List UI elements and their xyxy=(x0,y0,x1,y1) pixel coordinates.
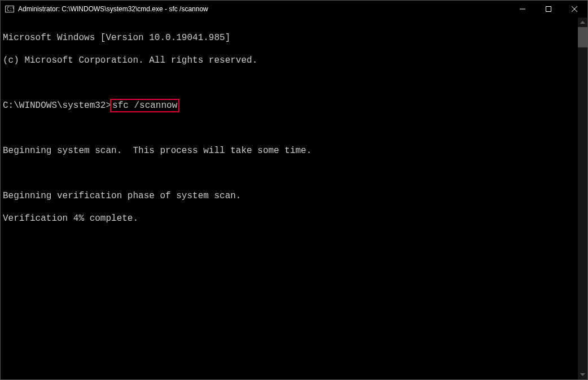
minimize-button[interactable] xyxy=(510,1,536,18)
output-line: Beginning verification phase of system s… xyxy=(3,190,578,202)
output-blank xyxy=(3,168,578,179)
command-highlight: sfc /scannow xyxy=(110,99,179,112)
scroll-thumb[interactable] xyxy=(578,27,587,47)
output-line: (c) Microsoft Corporation. All rights re… xyxy=(3,55,578,66)
client-area: Microsoft Windows [Version 10.0.19041.98… xyxy=(1,18,587,379)
maximize-button[interactable] xyxy=(536,1,561,18)
command-text: sfc /scannow xyxy=(112,101,177,111)
cmd-window: C:\ Administrator: C:\WINDOWS\system32\c… xyxy=(0,0,588,380)
scroll-track[interactable] xyxy=(578,27,587,370)
close-button[interactable] xyxy=(561,1,587,18)
cmd-icon: C:\ xyxy=(5,5,14,14)
output-blank xyxy=(3,123,578,134)
prompt-text: C:\WINDOWS\system32> xyxy=(3,100,111,111)
output-line: Microsoft Windows [Version 10.0.19041.98… xyxy=(3,32,578,43)
scroll-up-arrow[interactable] xyxy=(578,18,587,27)
svg-rect-3 xyxy=(546,7,551,12)
scroll-down-arrow[interactable] xyxy=(578,370,587,379)
output-line: Beginning system scan. This process will… xyxy=(3,145,578,156)
prompt-line: C:\WINDOWS\system32>sfc /scannow xyxy=(3,100,578,111)
vertical-scrollbar[interactable] xyxy=(578,18,587,379)
console-output[interactable]: Microsoft Windows [Version 10.0.19041.98… xyxy=(1,18,578,379)
window-controls xyxy=(510,1,587,18)
output-line: Verification 4% complete. xyxy=(3,213,578,224)
svg-marker-7 xyxy=(580,373,585,376)
titlebar[interactable]: C:\ Administrator: C:\WINDOWS\system32\c… xyxy=(1,1,587,18)
svg-text:C:\: C:\ xyxy=(7,7,14,12)
output-blank xyxy=(3,77,578,89)
svg-marker-6 xyxy=(580,21,585,24)
window-title: Administrator: C:\WINDOWS\system32\cmd.e… xyxy=(18,1,510,18)
